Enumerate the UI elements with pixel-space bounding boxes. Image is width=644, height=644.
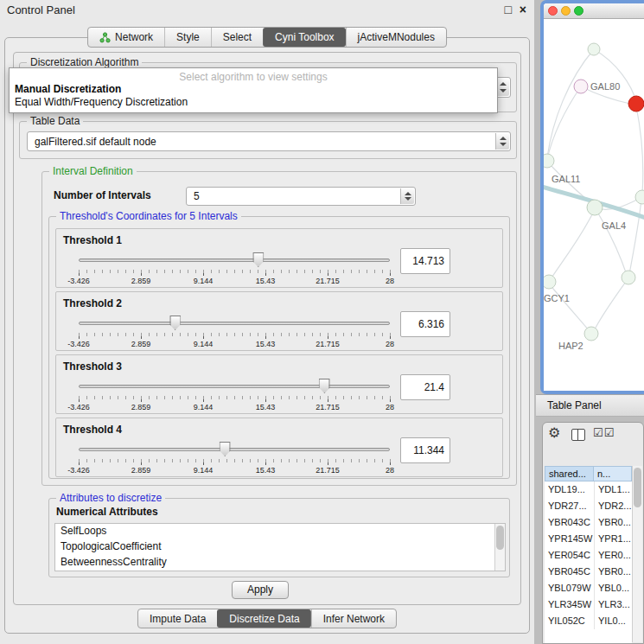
network-node-label: GCY1: [544, 293, 570, 303]
scrollbar-thumb[interactable]: [634, 468, 641, 507]
table-row[interactable]: YDR27...YDR2...: [545, 498, 632, 514]
network-node-gal4[interactable]: [587, 200, 603, 215]
slider-track[interactable]: [79, 322, 390, 325]
threshold-3-slider[interactable]: [79, 378, 390, 395]
attributes-scrollbar[interactable]: [494, 524, 505, 571]
network-edge[interactable]: [551, 209, 595, 279]
table-row[interactable]: YLR345WYLR3...: [545, 596, 632, 613]
table-row[interactable]: YDL19...YDL1...: [545, 481, 632, 498]
apply-button[interactable]: Apply: [232, 581, 289, 599]
table-row[interactable]: YIL052CYIL0...: [545, 613, 632, 629]
table-cell[interactable]: YDL19...: [545, 481, 594, 498]
slider-track[interactable]: [79, 258, 390, 262]
table-data-combobox[interactable]: galFiltered.sif default node: [27, 131, 511, 151]
dropdown-option-manual-discretization[interactable]: Manual Discretization: [10, 83, 497, 96]
table-cell[interactable]: YIL0...: [594, 613, 632, 629]
tick-label: -3.426: [67, 277, 90, 285]
threshold-3-value-field[interactable]: 21.4: [400, 374, 450, 400]
tick-label: 21.715: [316, 340, 340, 348]
list-item-topologicalcoefficient[interactable]: TopologicalCoefficient: [55, 539, 505, 555]
table-scrollbar[interactable]: [632, 466, 642, 642]
scrollbar-thumb[interactable]: [496, 526, 504, 550]
tab-select[interactable]: Select: [211, 28, 263, 47]
column-header-name[interactable]: n...: [594, 466, 632, 481]
table-data-combobox-value: galFiltered.sif default node: [35, 136, 156, 148]
network-edge[interactable]: [636, 106, 643, 194]
network-edge[interactable]: [549, 284, 589, 330]
threshold-4-value-field[interactable]: 11.344: [400, 437, 450, 463]
slider-tick-labels: -3.426 2.859 9.144 15.43 21.715 28: [79, 340, 390, 349]
network-node-gal80[interactable]: [574, 80, 588, 93]
table-cell[interactable]: YLR345W: [545, 596, 594, 613]
table-cell[interactable]: YLR3...: [594, 596, 632, 613]
network-node[interactable]: [635, 190, 644, 204]
column-header-shared[interactable]: shared...: [545, 466, 594, 481]
select-columns-checkbox-icons[interactable]: ☑☑: [593, 426, 615, 439]
tab-network[interactable]: Network: [88, 28, 164, 47]
table-cell[interactable]: YDL1...: [594, 481, 632, 498]
table-cell[interactable]: YER0...: [594, 547, 632, 564]
dropdown-option-equal-width-frequency[interactable]: Equal Width/Frequency Discretization: [10, 96, 497, 109]
tab-infer-network-label: Infer Network: [323, 613, 385, 625]
network-node-hap2[interactable]: [584, 327, 598, 341]
tab-jactivemnodules[interactable]: jActiveMNodules: [346, 28, 446, 47]
network-edge[interactable]: [596, 209, 627, 275]
table-cell[interactable]: YER054C: [545, 547, 594, 564]
zoom-traffic-light-icon[interactable]: [574, 6, 583, 16]
close-window-icon[interactable]: ×: [520, 3, 526, 16]
slider-thumb[interactable]: [252, 252, 264, 267]
network-node-label: GAL4: [602, 220, 626, 231]
tab-discretize-data[interactable]: Discretize Data: [217, 609, 310, 628]
tab-impute-data[interactable]: Impute Data: [138, 609, 217, 628]
tab-style[interactable]: Style: [164, 28, 211, 47]
table-row[interactable]: YBR043CYBR0...: [545, 514, 632, 531]
combobox-stepper-icon[interactable]: [495, 133, 509, 150]
threshold-1-value-field[interactable]: 14.713: [400, 248, 450, 274]
threshold-2-slider[interactable]: [79, 315, 390, 332]
list-item-selfloops[interactable]: SelfLoops: [55, 524, 505, 539]
slider-thumb[interactable]: [319, 379, 330, 393]
threshold-1-slider[interactable]: [79, 252, 390, 269]
table-row[interactable]: YER054CYER0...: [545, 547, 632, 564]
table-row[interactable]: YBR045CYBR0...: [545, 564, 632, 580]
table-cell[interactable]: YBR043C: [545, 514, 594, 531]
slider-thumb[interactable]: [169, 316, 181, 330]
table-body: YDL19...YDL1...YDR27...YDR2...YBR043CYBR…: [545, 481, 632, 643]
close-traffic-light-icon[interactable]: [548, 6, 558, 16]
table-cell[interactable]: YIL052C: [545, 613, 594, 629]
gear-icon[interactable]: ⚙: [548, 426, 560, 440]
threshold-4-slider[interactable]: [79, 441, 390, 458]
slider-thumb[interactable]: [220, 442, 231, 456]
table-cell[interactable]: YPR145W: [545, 531, 594, 547]
table-cell[interactable]: YBR0...: [594, 514, 632, 531]
tab-infer-network[interactable]: Infer Network: [311, 609, 396, 628]
table-cell[interactable]: YDR2...: [594, 498, 632, 514]
network-node-gal11[interactable]: [544, 154, 554, 168]
table-row[interactable]: YBL079WYBL0...: [545, 580, 632, 596]
table-cell[interactable]: YDR27...: [545, 498, 594, 514]
number-of-intervals-combobox[interactable]: 5: [186, 187, 416, 206]
float-window-icon[interactable]: □: [505, 3, 512, 16]
table-row[interactable]: YPR145WYPR1...: [545, 531, 632, 547]
network-edge[interactable]: [594, 49, 636, 102]
minimize-traffic-light-icon[interactable]: [561, 6, 571, 16]
list-item-betweennesscentrality[interactable]: BetweennessCentrality: [55, 555, 505, 571]
network-canvas[interactable]: GAL80GAL11GAL4GCY1HAP2: [544, 19, 644, 391]
network-node-gcy1[interactable]: [544, 275, 556, 289]
network-node[interactable]: [588, 43, 600, 55]
slider-track[interactable]: [79, 448, 390, 451]
threshold-2-value-field[interactable]: 6.316: [400, 311, 450, 337]
network-edge[interactable]: [629, 199, 641, 274]
table-cell[interactable]: YPR1...: [594, 531, 632, 547]
table-cell[interactable]: YBL0...: [594, 580, 632, 596]
slider-track[interactable]: [79, 385, 390, 388]
network-node[interactable]: [622, 271, 635, 284]
network-edge[interactable]: [594, 279, 628, 331]
network-node[interactable]: [628, 96, 644, 112]
tab-cyni-toolbox[interactable]: Cyni Toolbox: [263, 28, 345, 47]
table-cell[interactable]: YBR045C: [545, 564, 594, 580]
columns-icon[interactable]: [571, 429, 585, 441]
table-cell[interactable]: YBL079W: [545, 580, 594, 596]
table-cell[interactable]: YBR0...: [594, 564, 632, 580]
combobox-stepper-icon[interactable]: [400, 188, 414, 204]
